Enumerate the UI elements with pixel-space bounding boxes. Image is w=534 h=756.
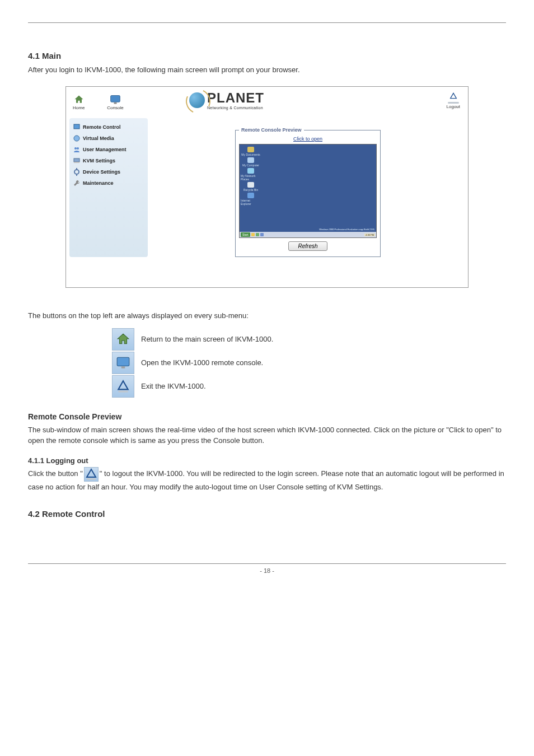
console-icon — [110, 95, 121, 104]
console-button[interactable]: Console — [107, 95, 123, 110]
remote-console-preview-text: The sub-window of main screen shows the … — [28, 424, 506, 446]
svg-point-4 — [74, 147, 77, 150]
svg-rect-6 — [74, 158, 79, 162]
brand-tagline: Networking & Communication — [207, 106, 264, 110]
desk-icon-recycle-bin: Recycle Bin — [241, 182, 261, 192]
remote-console-preview-box: Remote Console Preview Click to open My … — [235, 127, 381, 257]
sidebar-item-label: User Management — [83, 147, 127, 152]
desk-icon-my-computer: My Computer — [241, 157, 261, 167]
globe-icon — [189, 92, 205, 108]
console-icon-large — [112, 352, 134, 374]
svg-rect-14 — [87, 478, 96, 480]
sidebar-item-device-settings[interactable]: Device Settings — [72, 166, 146, 178]
desktop-preview[interactable]: My Documents My Computer My Network Plac… — [239, 144, 377, 238]
svg-rect-7 — [74, 162, 79, 163]
buttons-lead: The buttons on the top left are always d… — [28, 310, 506, 321]
console-label: Console — [107, 105, 123, 110]
svg-point-5 — [77, 147, 79, 150]
preview-legend: Remote Console Preview — [239, 127, 304, 133]
home-icon-large — [112, 328, 134, 351]
logout-button[interactable]: Logout — [447, 92, 460, 109]
taskbar: Start 4:30 PM — [240, 232, 376, 237]
refresh-button[interactable]: Refresh — [288, 241, 327, 251]
button-descriptions: Return to the main screen of IKVM-1000. … — [112, 328, 506, 399]
svg-rect-9 — [76, 168, 77, 170]
sidebar-item-virtual-media[interactable]: Virtual Media — [72, 133, 146, 144]
logging-out-paragraph: Click the button "" to logout the IKVM-1… — [28, 467, 506, 493]
section-heading-4-1: 4.1 Main — [28, 51, 506, 60]
svg-point-3 — [74, 136, 79, 141]
remote-console-preview-title: Remote Console Preview — [28, 412, 506, 421]
remote-control-icon — [73, 123, 81, 131]
sidebar-item-maintenance[interactable]: Maintenance — [72, 178, 146, 189]
svg-rect-12 — [121, 366, 125, 368]
svg-rect-11 — [117, 357, 129, 366]
section-4-1-paragraph: After you login to IKVM-1000, the follow… — [28, 65, 506, 75]
logout-icon-large — [112, 375, 134, 398]
logout-icon — [448, 92, 458, 101]
sidebar-item-label: Maintenance — [83, 180, 114, 186]
home-icon — [73, 95, 85, 104]
desk-icon-ie: Internet Explorer — [241, 193, 261, 206]
click-to-open-link[interactable]: Click to open — [239, 136, 377, 142]
taskbar-time: 4:30 PM — [364, 234, 375, 236]
sidebar-item-label: Virtual Media — [83, 136, 114, 141]
sidebar-item-label: Device Settings — [83, 169, 120, 175]
home-button[interactable]: Home — [73, 95, 85, 110]
kvm-settings-icon — [73, 157, 81, 165]
logging-out-title: 4.1.1 Logging out — [28, 456, 506, 465]
sidebar-item-kvm-settings[interactable]: KVM Settings — [72, 155, 146, 166]
page-footer: - 18 - — [28, 563, 506, 574]
console-description: Open the IKVM-1000 remote console. — [141, 358, 263, 367]
logout-label: Logout — [447, 104, 460, 109]
user-management-icon — [73, 146, 81, 153]
home-label: Home — [73, 105, 85, 110]
start-button: Start — [241, 232, 250, 237]
main-screenshot: Home Console PLANET Networking & Communi… — [65, 86, 469, 288]
sidebar-item-remote-control[interactable]: Remote Control — [72, 122, 146, 133]
desk-icon-my-network: My Network Places — [241, 168, 261, 181]
svg-rect-0 — [111, 95, 120, 102]
device-settings-icon — [73, 168, 81, 176]
logout-description: Exit the IKVM-1000. — [141, 382, 206, 390]
virtual-media-icon — [73, 134, 81, 142]
svg-rect-10 — [76, 174, 77, 176]
svg-rect-13 — [118, 390, 128, 392]
logout-icon-inline — [84, 467, 99, 482]
windows-info: Windows 2000 Professional Evaluation cop… — [319, 228, 374, 231]
sidebar-item-label: KVM Settings — [83, 158, 115, 164]
sidebar: Remote Control Virtual Media User Manage… — [69, 118, 148, 257]
brand-name: PLANET — [207, 90, 264, 106]
svg-point-8 — [74, 170, 79, 174]
desk-icon-my-documents: My Documents — [241, 147, 261, 156]
sidebar-item-label: Remote Control — [83, 124, 121, 130]
svg-rect-1 — [114, 102, 117, 104]
svg-rect-2 — [74, 124, 79, 129]
home-description: Return to the main screen of IKVM-1000. — [141, 335, 273, 343]
sidebar-item-user-management[interactable]: User Management — [72, 144, 146, 155]
brand-logo: PLANET Networking & Communication — [189, 90, 264, 110]
section-heading-4-2: 4.2 Remote Control — [28, 509, 506, 519]
maintenance-icon — [73, 179, 81, 187]
